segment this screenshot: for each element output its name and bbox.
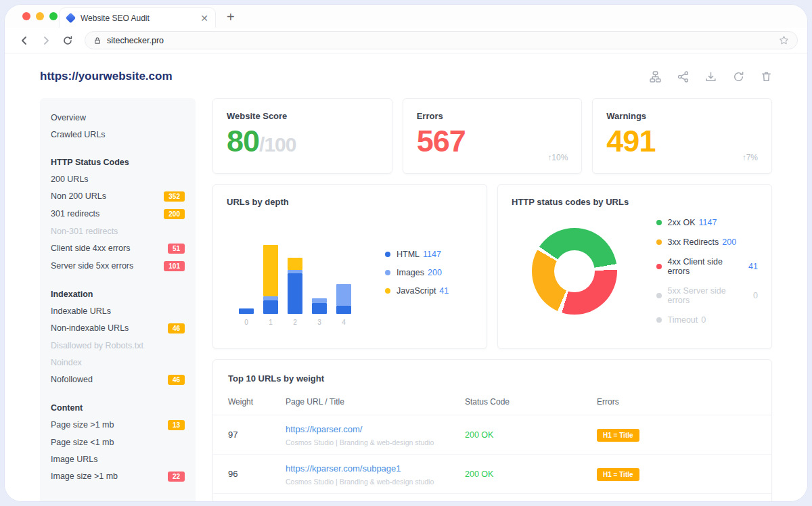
legend-value: 0 xyxy=(701,315,706,325)
minimize-window-button[interactable] xyxy=(36,12,44,20)
sidebar-item[interactable]: Indexable URLs xyxy=(51,302,185,319)
refresh-icon[interactable] xyxy=(733,71,744,83)
stat-label: Warnings xyxy=(606,111,758,121)
stat-number: 567 xyxy=(417,124,466,158)
table-header-cell: Status Code xyxy=(465,397,597,407)
sidebar-item-label: Server side 5xx errors xyxy=(51,261,133,271)
legend-value: 200 xyxy=(722,237,736,247)
bar-segment-images xyxy=(312,298,327,303)
sidebar-item-label: 200 URLs xyxy=(51,175,89,184)
tab-close-icon[interactable]: ✕ xyxy=(200,14,208,23)
page-url-link[interactable]: https://kparser.com/ xyxy=(286,424,362,434)
url-input[interactable]: sitechecker.pro xyxy=(85,31,798,49)
trash-icon[interactable] xyxy=(761,71,772,83)
sidebar-item-label: Noindex xyxy=(51,358,82,367)
bar-segment-images xyxy=(288,270,302,273)
donut-chart xyxy=(532,228,617,315)
url-cell: https://kparser.com/subpage1Cosmos Studi… xyxy=(286,462,465,486)
sidebar-item-label: Nofollowed xyxy=(51,375,93,384)
stat-value: 567 xyxy=(417,124,568,159)
share-icon[interactable] xyxy=(677,71,689,83)
legend-label: Images xyxy=(397,268,424,277)
sidebar-nav: OverviewCrawled URLsHTTP Status Codes200… xyxy=(40,98,196,501)
bar-segment-html xyxy=(239,308,254,314)
legend-value: 200 xyxy=(428,268,442,277)
stat-suffix: /100 xyxy=(259,133,296,156)
star-icon[interactable] xyxy=(779,35,789,45)
table-header-cell: Errors xyxy=(597,397,757,407)
sidebar-item[interactable]: Image size >1 mb22 xyxy=(51,467,185,485)
download-icon[interactable] xyxy=(705,71,717,83)
x-axis-tick: 3 xyxy=(312,319,327,326)
top-urls-card: Top 10 URLs by weight WeightPage URL / T… xyxy=(212,359,772,501)
bar xyxy=(336,284,351,314)
sidebar-item[interactable]: 200 URLs xyxy=(51,170,185,187)
legend-item[interactable]: 4xx Client side errors41 xyxy=(656,257,758,276)
sidebar-item[interactable]: Non-301 redirects xyxy=(51,223,185,239)
audited-site-url[interactable]: https://yourwebsite.com xyxy=(40,70,173,83)
legend-item[interactable]: JavaScript41 xyxy=(385,286,449,296)
browser-window: Website SEO Audit ✕ + sitechecker.pro ht… xyxy=(4,4,808,502)
sidebar-item-label: 301 redirects xyxy=(51,209,99,218)
chart-title: URLs by depth xyxy=(227,197,473,207)
sidebar-item[interactable]: Client side 4xx errors51 xyxy=(51,239,185,257)
legend-label: HTML xyxy=(397,250,420,259)
browser-tab[interactable]: Website SEO Audit ✕ xyxy=(59,7,216,28)
page-title-text: Cosmos Studio | Branding & web-design st… xyxy=(286,478,465,486)
sidebar-section-title: Content xyxy=(51,399,185,416)
urls-by-depth-card: URLs by depth 01234 HTML1147Images200Jav… xyxy=(212,184,487,349)
sidebar-item[interactable]: Page size >1 mb13 xyxy=(51,416,185,434)
tab-strip: Website SEO Audit ✕ + xyxy=(5,5,807,28)
close-window-button[interactable] xyxy=(22,12,30,20)
sidebar-item-label: Indexable URLs xyxy=(51,306,111,316)
sidebar-item-label: Page size >1 mb xyxy=(51,420,114,430)
new-tab-button[interactable]: + xyxy=(227,10,235,24)
chart-title: HTTP status codes by URLs xyxy=(512,197,758,207)
sitemap-icon[interactable] xyxy=(650,71,661,83)
count-badge: 101 xyxy=(164,261,185,271)
zoom-window-button[interactable] xyxy=(49,12,58,20)
legend-item[interactable]: 2xx OK1147 xyxy=(656,218,758,227)
forward-button[interactable] xyxy=(36,30,56,51)
bar-segment-html xyxy=(312,303,327,314)
sidebar-section-title: Indexation xyxy=(51,285,185,302)
bar xyxy=(288,258,302,314)
sidebar-section-title: HTTP Status Codes xyxy=(51,154,185,170)
sidebar-item[interactable]: Overview xyxy=(51,109,185,126)
http-status-codes-card: HTTP status codes by URLs 2xx OK11473xx … xyxy=(497,184,772,349)
legend-item: Timeout0 xyxy=(656,315,758,325)
sidebar-item[interactable]: Non 200 URLs352 xyxy=(51,187,185,205)
sidebar-item[interactable]: Disallowed by Robots.txt xyxy=(51,337,185,354)
legend-dot xyxy=(385,270,390,275)
x-axis-tick: 1 xyxy=(263,319,278,326)
sidebar-item-label: Crawled URLs xyxy=(51,130,106,139)
page-url-link[interactable]: https://kparser.com/subpage1 xyxy=(286,463,401,474)
sidebar-item[interactable]: Page size <1 mb xyxy=(51,434,185,451)
legend-value: 1147 xyxy=(423,250,441,259)
legend-item[interactable]: HTML1147 xyxy=(385,250,449,259)
tab-favicon-icon xyxy=(66,13,76,24)
sidebar-item[interactable]: Server side 5xx errors101 xyxy=(51,257,185,275)
legend-dot xyxy=(656,220,662,225)
sidebar-item[interactable]: Nofollowed46 xyxy=(51,371,185,388)
reload-button[interactable] xyxy=(58,30,78,51)
sidebar-item[interactable]: Crawled URLs xyxy=(51,126,185,143)
legend-item[interactable]: Images200 xyxy=(385,268,449,277)
sidebar-item[interactable]: Image URLs xyxy=(51,451,185,467)
back-button[interactable] xyxy=(14,30,35,51)
report-actions xyxy=(650,71,772,83)
legend-item[interactable]: 3xx Redirects200 xyxy=(656,237,758,247)
legend-dot xyxy=(385,252,390,257)
bar-chart: 01234 xyxy=(239,238,351,326)
url-text: sitechecker.pro xyxy=(107,36,773,45)
stat-value: 80/100 xyxy=(227,124,378,159)
sidebar-item[interactable]: 301 redirects200 xyxy=(51,205,185,223)
bar-segment-images xyxy=(336,284,351,306)
sidebar-item[interactable]: Noindex xyxy=(51,354,185,371)
sidebar-item-label: Disallowed by Robots.txt xyxy=(51,341,143,350)
count-badge: 46 xyxy=(168,323,185,334)
stat-card: Errors567↑10% xyxy=(403,98,583,174)
stat-label: Website Score xyxy=(227,111,378,121)
sidebar-item[interactable]: Non-indexable URLs46 xyxy=(51,319,185,337)
bar xyxy=(312,298,327,314)
